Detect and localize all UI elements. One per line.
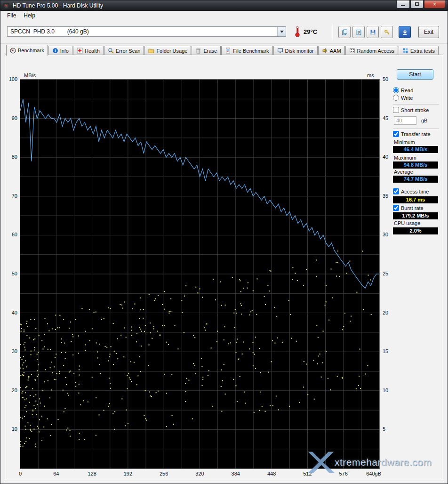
menu-file[interactable]: File [3, 11, 20, 20]
copy-screenshot-button[interactable] [338, 26, 351, 38]
magnifier-icon [108, 48, 114, 54]
y-axis-tick-right: 5 [383, 426, 385, 432]
info-icon [52, 48, 58, 54]
benchmark-plot [20, 80, 379, 468]
x-axis-tick: 128 [85, 471, 99, 477]
write-radio[interactable] [393, 95, 399, 101]
random-icon [349, 48, 355, 54]
save-screenshot-button[interactable] [367, 26, 379, 38]
burst-rate-label: Burst rate [401, 205, 424, 211]
burst-rate-checkbox[interactable] [393, 205, 399, 211]
maximum-label: Maximum [394, 155, 416, 161]
copytext-icon [356, 29, 362, 35]
extra-icon [402, 48, 408, 54]
tab-erase[interactable]: Erase [192, 46, 221, 55]
access-time-label: Access time [401, 189, 429, 194]
y-axis-tick-left: 70 [5, 193, 17, 199]
minimum-label: Minimum [394, 139, 415, 145]
tab-info[interactable]: Info [48, 46, 72, 55]
drive-select[interactable]: SPCCN PHD 3.0 (640 gB) [7, 26, 286, 37]
app-window: HD Tune Pro 5.00 - Hard Disk Utility × F… [0, 0, 448, 484]
tab-label: AAM [330, 48, 341, 54]
tab-random-access[interactable]: Random Access [345, 46, 398, 55]
short-stroke-input[interactable] [394, 116, 416, 125]
tab-label: Folder Usage [156, 48, 187, 54]
maximize-button[interactable] [410, 0, 424, 8]
minimum-value: 46.4 MB/s [393, 146, 438, 153]
options-button[interactable] [381, 26, 393, 38]
maximum-value: 94.8 MB/s [393, 161, 438, 169]
tab-label: Error Scan [116, 48, 141, 54]
tab-aam[interactable]: AAM [318, 46, 345, 55]
y-axis-tick-left: 20 [5, 387, 17, 394]
x-axis-tick: 384 [229, 471, 243, 477]
transfer-rate-checkbox[interactable] [393, 131, 399, 137]
y-axis-tick-left: 30 [5, 348, 17, 355]
read-radio[interactable] [393, 87, 399, 93]
y-axis-tick-right: 40 [383, 154, 388, 160]
burst-rate-value: 179.2 MB/s [393, 212, 438, 219]
access-time-checkbox[interactable] [393, 188, 399, 194]
tab-label: Erase [203, 48, 217, 54]
burst-rate-row: Burst rate [393, 205, 424, 211]
folder-icon [148, 48, 154, 54]
update-button[interactable] [399, 26, 411, 38]
x-axis-tick: 448 [264, 471, 279, 477]
y-axis-tick-right: 10 [383, 387, 388, 394]
x-axis-tick: 320 [193, 471, 207, 477]
read-radio-label: Read [401, 88, 413, 93]
tab-label: File Benchmark [233, 48, 269, 54]
short-stroke-label: Short stroke [401, 107, 429, 113]
minimize-icon [401, 5, 405, 6]
transfer-rate-row: Transfer rate [393, 131, 431, 137]
copy-text-button[interactable] [352, 26, 365, 38]
thermometer-icon [293, 25, 302, 38]
minimize-button[interactable] [396, 0, 410, 8]
access-time-row: Access time [393, 188, 429, 194]
window-controls: × [396, 0, 445, 8]
tab-disk-monitor[interactable]: Disk monitor [273, 46, 318, 55]
tab-label: Random Access [357, 48, 394, 54]
chart-area: xtremehardware.com 100908070605040302010… [5, 55, 443, 481]
toolbar-separator [332, 24, 333, 40]
right-axis-unit: ms [367, 73, 374, 79]
cpu-usage-value: 2.0% [393, 227, 438, 234]
toolbar-buttons [338, 26, 411, 38]
menu-help[interactable]: Help [20, 11, 39, 20]
y-axis-tick-right: 20 [383, 310, 388, 316]
average-value: 74.7 MB/s [393, 176, 438, 183]
page-icon [225, 48, 231, 54]
options-icon [384, 29, 390, 35]
tab-folder-usage[interactable]: Folder Usage [144, 46, 191, 55]
left-axis-unit: MB/s [24, 73, 36, 79]
cpu-usage-label: CPU usage [394, 220, 420, 226]
app-icon [3, 2, 10, 9]
menu-bar: File Help [0, 11, 448, 20]
tab-label: Disk monitor [285, 48, 314, 54]
y-axis-tick-right: 25 [383, 271, 388, 277]
tab-bar: BenchmarkInfoHealthError ScanFolder Usag… [6, 44, 443, 55]
tab-health[interactable]: Health [73, 46, 104, 55]
benchmark-page: xtremehardware.com 100908070605040302010… [5, 55, 443, 481]
y-axis-tick-left: 40 [5, 310, 17, 316]
close-icon: × [433, 1, 436, 8]
y-axis-tick-left: 80 [5, 154, 17, 160]
tab-error-scan[interactable]: Error Scan [104, 46, 144, 55]
panel-separator [393, 104, 439, 105]
close-button[interactable]: × [424, 0, 445, 8]
y-axis-tick-left: 90 [5, 115, 17, 121]
temperature-value: 29°C [304, 28, 317, 35]
x-axis-tick: 256 [157, 471, 171, 477]
exit-button[interactable]: Exit [418, 26, 439, 38]
short-stroke-checkbox[interactable] [393, 107, 399, 113]
tab-benchmark[interactable]: Benchmark [6, 45, 48, 56]
tab-extra-tests[interactable]: Extra tests [399, 46, 439, 55]
chevron-down-icon [280, 31, 284, 33]
y-axis-tick-left: 100 [5, 76, 17, 82]
tab-file-benchmark[interactable]: File Benchmark [221, 46, 272, 55]
start-button[interactable]: Start [397, 69, 433, 80]
y-axis-tick-left: 60 [5, 232, 17, 238]
watermark: xtremehardware.com [305, 450, 432, 475]
y-axis-tick-right: 30 [383, 232, 388, 238]
window-title: HD Tune Pro 5.00 - Hard Disk Utility [13, 2, 103, 9]
